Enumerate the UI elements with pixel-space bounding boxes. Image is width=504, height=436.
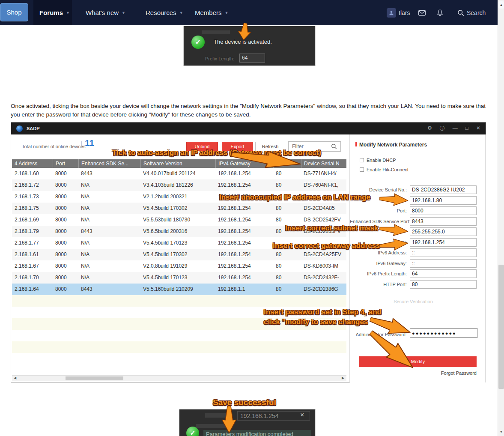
table-cell: V2.0.8build 191029 [140,260,215,272]
person-icon [388,10,394,16]
table-cell: V5.4.5build 170123 [140,237,215,249]
sadp-titlebar: SADP ⚙ ⓘ — □ ✕ [11,122,486,134]
table-cell: 8000 [53,191,78,203]
annotation-ip: Insert unoccupied IP address on LAN rang… [219,193,370,202]
table-cell: V4.40.017build 201124 [140,168,215,179]
table-cell: 8000 [53,284,78,295]
close-icon[interactable]: × [300,411,304,419]
column-header[interactable]: Enhanced SDK Se... [78,159,140,168]
field-input[interactable]: :: [410,248,477,257]
table-cell: N/A [78,203,140,214]
table-cell: 80 [273,179,301,191]
column-header[interactable]: 4 Address [12,159,53,168]
nav-user[interactable]: Ilars [387,0,410,25]
close-icon[interactable]: ✕ [476,125,480,132]
accent-bar [355,142,357,146]
prefix-length-label: Prefix Length: [205,56,234,61]
nav-whats-new[interactable]: What's new▼ [86,0,125,25]
table-cell: N/A [78,237,140,249]
field-input[interactable]: 64 [410,269,477,278]
enable-dhcp-checkbox[interactable]: Enable DHCP [360,158,396,163]
table-cell: 192.168.1.254 [215,168,273,179]
chevron-down-icon: ▼ [66,11,70,15]
faint-label [202,30,230,34]
info-icon[interactable]: ⓘ [440,125,445,132]
settings-gear-icon[interactable]: ⚙ [427,125,432,132]
scroll-left-arrow[interactable]: ◀ [14,376,16,380]
nav-members-label: Members [195,9,222,16]
field-input[interactable]: 255.255.255.0 [410,227,477,236]
nav-shop-button[interactable]: Shop [0,3,28,21]
table-row[interactable]: 2.168.1.708000N/AV5.4.5build 170123192.1… [12,272,346,284]
scrollbar-thumb[interactable] [498,265,504,389]
success-check-icon: ✓ [191,36,205,49]
table-cell: 80 [273,260,301,272]
table-cell: V2.1.2build 200321 [140,191,215,203]
field-input[interactable]: 80 [410,280,477,289]
divider: | [81,140,82,148]
table-cell: 8000 [53,226,78,237]
maximize-icon[interactable]: □ [465,125,468,132]
table-cell: DS-7716NI-I4/ [301,168,346,179]
table-cell: 2.168.1.60 [12,168,53,179]
nav-whats-new-label: What's new [86,9,119,16]
table-cell: 8000 [53,260,78,272]
annotation-subnet: Insert correct subnet mask [285,224,378,233]
field-input[interactable]: 192.168.1.254 [410,238,477,247]
enable-hik-connect-checkbox[interactable]: Enable Hik-Connect [360,167,409,172]
hscroll-thumb[interactable] [66,376,123,380]
prefix-length-field[interactable]: 64 [239,54,265,63]
admin-password-input[interactable]: ●●●●●●●●●●●● [410,328,477,338]
panel-field-row: IPv6 Gateway::: [350,259,486,269]
nav-members[interactable]: Members▼ [195,0,228,25]
table-cell: DS-2CD2386G [301,284,346,295]
table-cell: V5.5.160build 210209 [140,284,215,295]
nav-messages[interactable] [418,0,426,25]
field-input[interactable]: 8443 [410,217,477,226]
field-input[interactable]: :: [410,259,477,268]
nav-search[interactable]: Search [457,0,486,25]
online-devices-count: 11 [85,138,94,148]
table-row[interactable]: 2.168.1.618000N/AV5.4.5build 170302192.1… [12,249,346,260]
table-cell: 192.168.1.254 [215,226,273,237]
enable-hik-connect-label: Enable Hik-Connect [367,167,409,172]
sadp-logo-icon [16,125,23,132]
table-cell: N/A [78,214,140,226]
column-header[interactable]: Port [53,159,78,168]
table-cell: 192.168.1.254 [215,249,273,260]
table-row[interactable]: 2.168.1.6480008443V5.5.160build 21020919… [12,284,346,295]
field-input[interactable]: 8000 [410,206,477,215]
table-cell: 192.168.1.254 [215,260,273,272]
column-header[interactable]: Software Version [140,159,215,168]
field-input[interactable]: DS-2CD2386G2-IU202 [410,185,477,194]
table-cell: V5.4.5build 170302 [140,249,215,260]
nav-resources[interactable]: Resources▼ [146,0,183,25]
online-devices-label: Total number of online devices: [22,144,87,149]
forgot-password-link[interactable]: Forgot Password [350,370,477,376]
scroll-up-arrow[interactable]: ▲ [498,1,504,9]
table-row[interactable]: 2.168.1.758000N/AV5.4.5build 170302192.1… [12,203,346,214]
field-input[interactable]: 192.168.1.80 [410,196,477,205]
bell-icon [437,9,443,16]
panel-field-row: Port:8000 [350,206,486,216]
nav-alerts[interactable] [437,0,443,25]
minimize-icon[interactable]: — [453,125,458,132]
scroll-down-arrow[interactable]: ▼ [498,429,504,435]
field-label: IPv6 Address: [350,250,407,255]
nav-forums[interactable]: Forums▼ [39,0,70,25]
annotation-password-line2: click "modify to save changes [264,318,368,326]
table-cell: N/A [78,260,140,272]
horizontal-scrollbar: ◀ ▶ [12,375,346,381]
gateway-value: 192.168.1.254 [240,412,279,419]
panel-title: Modify Network Parameters [355,142,427,148]
table-cell: 80 [273,203,301,214]
nav-shop-label: Shop [6,9,21,16]
table-row[interactable]: 2.168.1.728000N/AV3.4.103build 181226192… [12,179,346,191]
table-cell: N/A [78,272,140,284]
scroll-right-arrow[interactable]: ▶ [342,376,344,380]
table-cell: 192.168.1.1 [215,284,273,295]
column-header[interactable]: Device Serial N [301,159,346,168]
table-cell: 8000 [53,179,78,191]
table-cell: N/A [78,249,140,260]
table-row[interactable]: 2.168.1.678000N/AV2.0.8build 191029192.1… [12,260,346,272]
